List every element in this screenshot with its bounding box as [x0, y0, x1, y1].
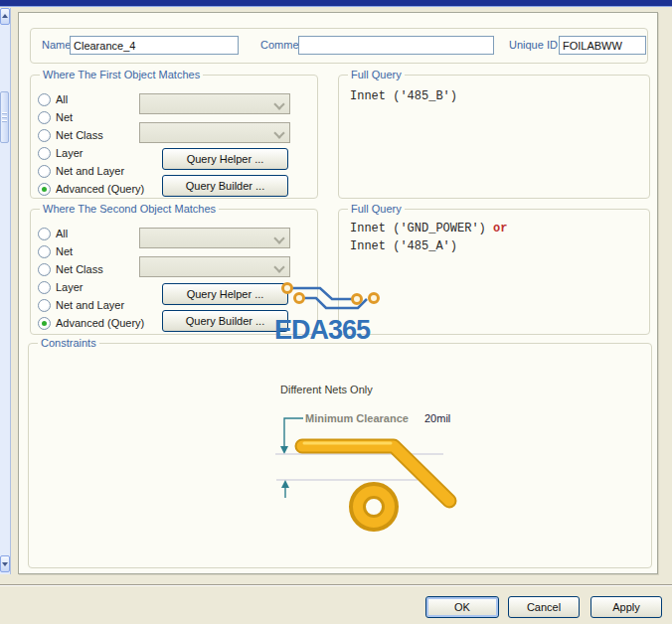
radio-advanced-2[interactable]: [38, 317, 51, 330]
radio-all-1[interactable]: [38, 93, 51, 106]
cancel-button[interactable]: Cancel: [508, 596, 580, 618]
ok-button[interactable]: OK: [425, 596, 499, 618]
radio-label: Advanced (Query): [56, 183, 144, 195]
arrow-up-icon: [2, 14, 8, 18]
radio-net-2[interactable]: [38, 245, 51, 258]
clearance-diagram: [249, 405, 477, 549]
clearance-rule-dialog: Name Comment Unique ID Where The First O…: [0, 0, 672, 624]
radio-netlayer-1[interactable]: [38, 165, 51, 178]
full-query-text-1[interactable]: Innet ('485_B'): [350, 87, 457, 105]
constraints-group-title: Constraints: [38, 337, 99, 349]
net-combo-1: [139, 93, 290, 114]
query-helper-button-1[interactable]: Query Helper ...: [162, 148, 288, 170]
netclass-combo-2: [139, 256, 290, 277]
radio-net-1[interactable]: [38, 111, 51, 124]
thumb-grip-icon: [2, 112, 7, 122]
top-title-band: [0, 0, 672, 7]
scroll-up-button[interactable]: [0, 8, 10, 25]
radio-row-all-1[interactable]: All: [38, 92, 68, 106]
radio-row-all-2[interactable]: All: [38, 227, 68, 240]
netclass-combo-1: [139, 122, 290, 143]
radio-row-advanced-2[interactable]: Advanced (Query): [38, 316, 144, 330]
watermark-logo-text: EDA365: [274, 315, 370, 346]
chevron-down-icon: [273, 233, 284, 243]
radio-row-netclass-1[interactable]: Net Class: [38, 128, 103, 142]
radio-label: Advanced (Query): [56, 317, 144, 329]
footer-divider: [0, 584, 672, 586]
radio-label: Net and Layer: [56, 165, 124, 177]
radio-label: Layer: [56, 147, 84, 159]
second-object-group-title: Where The Second Object Matches: [40, 203, 219, 215]
radio-row-net-2[interactable]: Net: [38, 244, 73, 258]
radio-label: Net: [56, 111, 73, 123]
radio-row-netlayer-2[interactable]: Net and Layer: [38, 298, 124, 312]
unique-id-input[interactable]: [559, 36, 646, 55]
different-nets-label: Different Nets Only: [280, 384, 373, 395]
radio-label: Net and Layer: [56, 299, 124, 311]
radio-label: Net: [56, 245, 73, 257]
query-line2: Innet ('485_A'): [350, 239, 457, 253]
radio-layer-1[interactable]: [38, 147, 51, 160]
apply-button[interactable]: Apply: [590, 596, 662, 618]
full-query-text-2[interactable]: Innet ('GND_POWER') orInnet ('485_A'): [350, 220, 507, 255]
radio-row-netlayer-1[interactable]: Net and Layer: [38, 164, 124, 178]
radio-netclass-1[interactable]: [38, 129, 51, 142]
name-label: Name: [42, 39, 71, 51]
watermark-traces-icon: [268, 276, 388, 316]
query-builder-button-1[interactable]: Query Builder ...: [162, 175, 288, 197]
first-object-group-title: Where The First Object Matches: [40, 69, 203, 80]
radio-row-netclass-2[interactable]: Net Class: [38, 262, 103, 276]
radio-netlayer-2[interactable]: [38, 299, 51, 312]
radio-label: All: [56, 228, 68, 239]
radio-advanced-1[interactable]: [38, 183, 51, 196]
full-query-title-1: Full Query: [348, 69, 405, 80]
chevron-down-icon: [273, 98, 284, 109]
net-combo-2: [139, 228, 290, 248]
radio-row-layer-2[interactable]: Layer: [38, 280, 84, 294]
radio-label: Net Class: [56, 263, 103, 275]
radio-all-2[interactable]: [38, 228, 51, 240]
scrollbar-thumb[interactable]: [0, 91, 9, 143]
radio-row-net-1[interactable]: Net: [38, 110, 73, 124]
unique-id-label: Unique ID: [509, 39, 558, 51]
radio-label: Layer: [56, 281, 84, 293]
radio-label: Net Class: [56, 129, 103, 141]
name-input[interactable]: [70, 36, 239, 55]
left-scrollbar[interactable]: [0, 8, 11, 574]
query-line1: Innet ('GND_POWER'): [350, 222, 493, 235]
radio-row-layer-1[interactable]: Layer: [38, 146, 84, 160]
radio-netclass-2[interactable]: [38, 263, 51, 276]
chevron-down-icon: [273, 261, 284, 272]
comment-input[interactable]: [298, 36, 494, 55]
arrow-down-icon: [2, 562, 8, 566]
chevron-down-icon: [273, 127, 284, 138]
radio-label: All: [56, 93, 68, 105]
radio-layer-2[interactable]: [38, 281, 51, 294]
radio-row-advanced-1[interactable]: Advanced (Query): [38, 182, 144, 196]
query-or-keyword: or: [493, 222, 507, 235]
full-query-title-2: Full Query: [348, 203, 405, 215]
scroll-down-button[interactable]: [0, 555, 10, 572]
